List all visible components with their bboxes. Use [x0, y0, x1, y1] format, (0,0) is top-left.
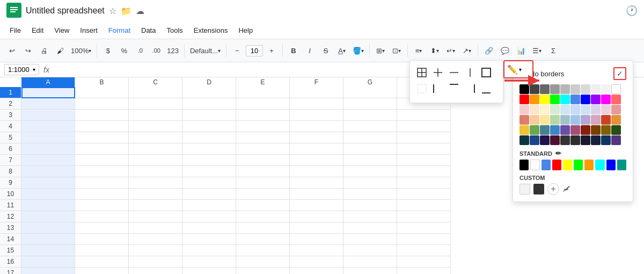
color-swatch[interactable]: [540, 135, 550, 145]
italic-btn[interactable]: I: [302, 43, 317, 58]
no-border-btn[interactable]: [414, 81, 429, 96]
cell-E15[interactable]: [236, 245, 290, 256]
color-swatch[interactable]: [570, 84, 580, 94]
paint-format-btn[interactable]: 🖌: [53, 43, 68, 58]
align-btn[interactable]: ≡▾: [411, 43, 426, 58]
cell-C13[interactable]: [129, 222, 182, 234]
cell-F9[interactable]: [290, 177, 343, 189]
cell-F14[interactable]: [290, 234, 343, 245]
cell-H12[interactable]: [397, 211, 451, 222]
row-header-2[interactable]: 2: [0, 98, 21, 110]
font-name-btn[interactable]: Default...▾: [188, 43, 223, 58]
cell-B1[interactable]: [75, 87, 129, 98]
v-inner-btn[interactable]: [463, 65, 478, 80]
color-swatch[interactable]: [560, 135, 570, 145]
rotate-btn[interactable]: ↗▾: [459, 43, 474, 58]
menu-tools[interactable]: Tools: [161, 24, 188, 37]
row-header-14[interactable]: 14: [0, 234, 21, 245]
cell-G2[interactable]: [343, 98, 397, 110]
color-swatch[interactable]: [611, 125, 621, 135]
decimal-dec-btn[interactable]: .0: [133, 43, 148, 58]
color-swatch[interactable]: [550, 115, 560, 125]
cell-C17[interactable]: [129, 268, 182, 274]
cell-E7[interactable]: [236, 155, 290, 166]
cell-B15[interactable]: [75, 245, 129, 256]
cell-H17[interactable]: [397, 268, 451, 274]
menu-view[interactable]: View: [49, 24, 75, 37]
cell-A5[interactable]: [21, 132, 75, 143]
cell-C11[interactable]: [129, 200, 182, 211]
menu-extensions[interactable]: Extensions: [188, 24, 233, 37]
cell-E2[interactable]: [236, 98, 290, 110]
cell-F3[interactable]: [290, 110, 343, 121]
cell-H7[interactable]: [397, 155, 451, 166]
cell-A16[interactable]: [21, 256, 75, 268]
cell-B7[interactable]: [75, 155, 129, 166]
cell-A12[interactable]: [21, 211, 75, 222]
cell-A3[interactable]: [21, 110, 75, 121]
color-swatch[interactable]: [591, 115, 601, 125]
cell-B11[interactable]: [75, 200, 129, 211]
color-swatch[interactable]: [550, 125, 560, 135]
inner-borders-btn[interactable]: [430, 65, 445, 80]
row-header-8[interactable]: 8: [0, 166, 21, 177]
color-swatch[interactable]: [581, 84, 590, 94]
menu-insert[interactable]: Insert: [75, 24, 103, 37]
row-header-12[interactable]: 12: [0, 211, 21, 222]
fill-color-btn[interactable]: 🪣▾: [350, 43, 366, 58]
cell-G7[interactable]: [343, 155, 397, 166]
std-navy[interactable]: [606, 160, 616, 170]
cell-H9[interactable]: [397, 177, 451, 189]
color-swatch[interactable]: [581, 105, 590, 114]
cell-C7[interactable]: [129, 155, 182, 166]
comment-btn[interactable]: 💬: [497, 43, 513, 58]
color-swatch[interactable]: [601, 135, 611, 145]
color-swatch[interactable]: [611, 135, 621, 145]
cell-C2[interactable]: [129, 98, 182, 110]
cell-F10[interactable]: [290, 189, 343, 200]
color-swatch[interactable]: [519, 125, 529, 135]
col-header-C[interactable]: C: [129, 77, 182, 87]
cell-F13[interactable]: [290, 222, 343, 234]
menu-help[interactable]: Help: [233, 24, 258, 37]
cell-C12[interactable]: [129, 211, 182, 222]
color-yellow[interactable]: [540, 95, 550, 104]
cell-H6[interactable]: [397, 143, 451, 155]
color-swatch[interactable]: [570, 105, 580, 114]
cell-C15[interactable]: [129, 245, 182, 256]
row-header-5[interactable]: 5: [0, 132, 21, 143]
font-size-inc-btn[interactable]: +: [264, 43, 279, 58]
cell-B2[interactable]: [75, 98, 129, 110]
cell-D3[interactable]: [182, 110, 236, 121]
strikethrough-btn[interactable]: S: [318, 43, 333, 58]
right-border-btn[interactable]: [463, 81, 478, 96]
menu-format[interactable]: Format: [103, 24, 136, 37]
cell-D14[interactable]: [182, 234, 236, 245]
color-swatch[interactable]: [550, 105, 560, 114]
cell-A1[interactable]: [21, 87, 75, 98]
cell-H14[interactable]: [397, 234, 451, 245]
cell-F11[interactable]: [290, 200, 343, 211]
cell-H5[interactable]: [397, 132, 451, 143]
cell-B9[interactable]: [75, 177, 129, 189]
color-swatch[interactable]: [560, 115, 570, 125]
outer-border-btn[interactable]: [479, 65, 494, 80]
text-color-btn[interactable]: A ▾: [334, 43, 349, 58]
link-btn[interactable]: 🔗: [481, 43, 496, 58]
checkmark-icon[interactable]: ✓: [617, 69, 623, 78]
cell-D7[interactable]: [182, 155, 236, 166]
color-swatch[interactable]: [570, 125, 580, 135]
cell-B3[interactable]: [75, 110, 129, 121]
cell-F5[interactable]: [290, 132, 343, 143]
cell-G17[interactable]: [343, 268, 397, 274]
cell-C6[interactable]: [129, 143, 182, 155]
cell-C3[interactable]: [129, 110, 182, 121]
cell-G13[interactable]: [343, 222, 397, 234]
filter-btn[interactable]: ☰▾: [530, 43, 545, 58]
cell-G11[interactable]: [343, 200, 397, 211]
cell-B17[interactable]: [75, 268, 129, 274]
cell-D5[interactable]: [182, 132, 236, 143]
color-swatch[interactable]: [601, 125, 611, 135]
cell-F17[interactable]: [290, 268, 343, 274]
color-blue[interactable]: [570, 95, 580, 104]
